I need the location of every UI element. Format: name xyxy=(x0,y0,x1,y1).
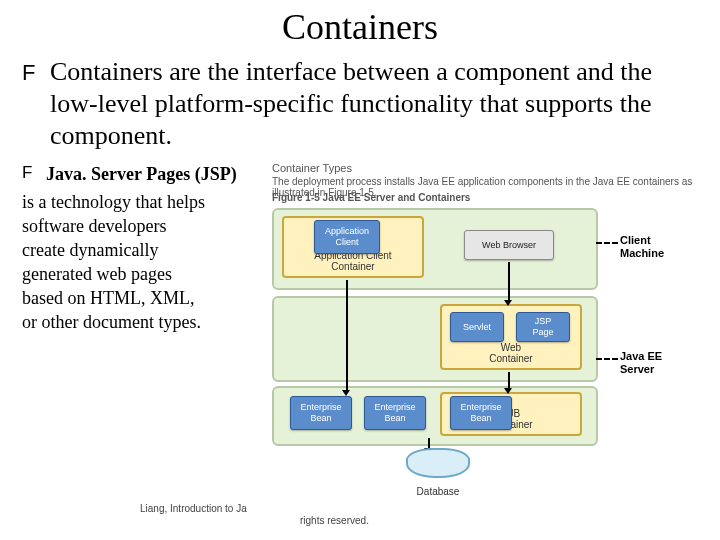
jsp-body-0: is a technology that helps xyxy=(22,190,258,214)
label-jee-server: Java EEServer xyxy=(620,350,662,376)
bullet-text: Containers are the interface between a c… xyxy=(50,56,698,152)
jsp-column: F Java. Server Pages (JSP) is a technolo… xyxy=(22,162,258,334)
tile-enterprise-bean-3: EnterpriseBean xyxy=(450,396,512,430)
diagram-caption-title: Container Types xyxy=(272,162,352,174)
tile-enterprise-bean-1: EnterpriseBean xyxy=(290,396,352,430)
jsp-lead: Java. Server Pages (JSP) xyxy=(46,162,237,186)
arrowhead-icon xyxy=(504,388,512,394)
jsp-body-3: generated web pages xyxy=(22,262,258,286)
tile-web-browser: Web Browser xyxy=(464,230,554,260)
arrowhead-icon xyxy=(342,390,350,396)
label-client-machine: ClientMachine xyxy=(620,234,664,260)
tile-enterprise-bean-2: EnterpriseBean xyxy=(364,396,426,430)
footer-left: Liang, Introduction to Ja xyxy=(140,503,247,514)
main-bullet: F Containers are the interface between a… xyxy=(22,56,698,152)
jsp-body-2: create dynamically xyxy=(22,238,258,262)
bullet-mark: F xyxy=(22,56,38,88)
database-icon xyxy=(406,448,470,472)
arrowhead-icon xyxy=(504,300,512,306)
jsp-body-5: or other document types. xyxy=(22,310,258,334)
database-label: Database xyxy=(398,486,478,497)
jsp-body-1: software developers xyxy=(22,214,258,238)
footer-right: rights reserved. xyxy=(300,515,369,526)
slide: Containers F Containers are the interfac… xyxy=(0,0,720,540)
container-web-label: WebContainer xyxy=(442,342,580,364)
tile-servlet: Servlet xyxy=(450,312,504,342)
tile-application-client: ApplicationClient xyxy=(314,220,380,254)
leader-line-client xyxy=(596,242,618,244)
arrow-browser-to-web xyxy=(508,262,510,302)
jsp-body-4: based on HTML, XML, xyxy=(22,286,258,310)
sub-bullet-mark: F xyxy=(22,162,36,184)
leader-line-jee xyxy=(596,358,618,360)
jsp-lead-row: F Java. Server Pages (JSP) xyxy=(22,162,258,186)
database: Database xyxy=(398,448,478,497)
arrow-appclient-to-ejb xyxy=(346,280,348,392)
slide-title: Containers xyxy=(22,6,698,48)
lower-area: F Java. Server Pages (JSP) is a technolo… xyxy=(22,162,698,462)
diagram: Container Types The deployment process i… xyxy=(268,162,698,462)
tile-jsp-page: JSPPage xyxy=(516,312,570,342)
diagram-figure-number: Figure 1-5 Java EE Server and Containers xyxy=(272,192,470,203)
